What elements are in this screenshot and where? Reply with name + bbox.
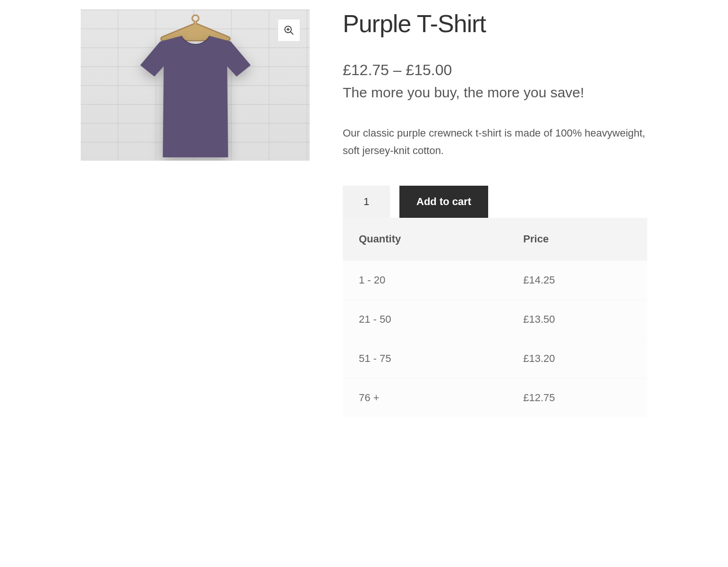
price-cell: £12.75 [507, 378, 647, 417]
price-cell: £13.50 [507, 300, 647, 339]
quantity-cell: 76 + [343, 378, 507, 417]
add-to-cart-button[interactable]: Add to cart [399, 186, 488, 218]
promo-text: The more you buy, the more you save! [343, 85, 647, 101]
quantity-cell: 51 - 75 [343, 339, 507, 378]
product-title: Purple T-Shirt [343, 9, 647, 38]
price-cell: £14.25 [507, 260, 647, 300]
price-header: Price [507, 218, 647, 261]
quantity-input[interactable] [343, 186, 390, 218]
table-row: 21 - 50 £13.50 [343, 300, 647, 339]
tshirt-graphic [136, 32, 254, 161]
svg-line-1 [290, 32, 293, 34]
table-row: 1 - 20 £14.25 [343, 260, 647, 300]
product-details: Purple T-Shirt £12.75 – £15.00 The more … [343, 9, 647, 417]
product-image-wrapper [81, 9, 310, 417]
product-image[interactable] [81, 9, 310, 161]
quantity-cell: 1 - 20 [343, 260, 507, 300]
price-range: £12.75 – £15.00 [343, 61, 647, 79]
pricing-table-header-row: Quantity Price [343, 218, 647, 261]
table-row: 51 - 75 £13.20 [343, 339, 647, 378]
product-description: Our classic purple crewneck t-shirt is m… [343, 124, 647, 160]
cart-row: Add to cart [343, 186, 647, 218]
table-row: 76 + £12.75 [343, 378, 647, 417]
pricing-table: Quantity Price 1 - 20 £14.25 21 - 50 £13… [343, 218, 647, 417]
price-cell: £13.20 [507, 339, 647, 378]
quantity-header: Quantity [343, 218, 507, 261]
quantity-cell: 21 - 50 [343, 300, 507, 339]
zoom-in-icon [284, 25, 294, 35]
zoom-button[interactable] [278, 19, 300, 42]
product-container: Purple T-Shirt £12.75 – £15.00 The more … [81, 9, 647, 417]
